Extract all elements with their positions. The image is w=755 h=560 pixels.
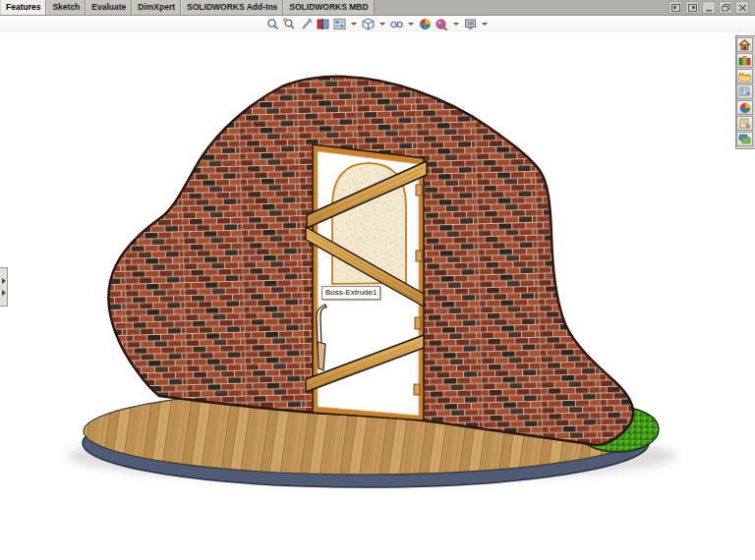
close-button[interactable] [735, 1, 749, 14]
expand-arrow-icon [2, 290, 6, 296]
view-orientation-icon[interactable] [332, 17, 347, 31]
tab-solidworks-addins[interactable]: SOLIDWORKS Add-Ins [181, 0, 283, 15]
tab-features[interactable]: Features [0, 0, 46, 15]
view-orientation-dropdown[interactable] [351, 23, 357, 26]
heads-up-toolbar [265, 17, 490, 31]
tab-solidworks-mbd[interactable]: SOLIDWORKS MBD [283, 0, 374, 15]
featuremanager-collapsed-splitter[interactable] [0, 267, 8, 307]
display-style-dropdown[interactable] [379, 23, 385, 26]
file-explorer-button[interactable] [736, 69, 753, 84]
hide-show-items-icon[interactable] [389, 17, 404, 31]
palette-grid-icon [738, 86, 751, 97]
restore-button[interactable] [719, 1, 732, 14]
view-palette-button[interactable] [736, 84, 753, 99]
solidworks-resources-button[interactable] [736, 37, 753, 52]
view-settings-icon[interactable] [463, 17, 478, 31]
folder-icon [738, 71, 751, 82]
tab-evaluate[interactable]: Evaluate [86, 0, 132, 15]
library-icon [738, 55, 751, 66]
section-view-icon[interactable] [316, 17, 330, 31]
solidworks-window: { "command_manager": { "tabs": [ {"label… [0, 0, 755, 560]
edit-appearance-icon[interactable] [418, 17, 433, 31]
command-manager-tabbar: Features Sketch Evaluate DimXpert SOLIDW… [0, 0, 755, 16]
task-pane [735, 35, 755, 149]
forum-bubbles-icon [738, 134, 751, 144]
appearances-scenes-button[interactable] [736, 100, 753, 115]
minimize-button[interactable] [702, 1, 716, 14]
window-controls [668, 1, 749, 14]
solidworks-forum-button[interactable] [736, 132, 753, 146]
zoom-to-area-icon[interactable] [282, 17, 297, 31]
hide-show-items-dropdown[interactable] [408, 23, 414, 26]
previous-view-icon[interactable] [299, 17, 314, 31]
doc-window-left-button[interactable] [668, 1, 682, 14]
appearance-sphere-icon [739, 102, 751, 114]
properties-doc-icon [738, 118, 751, 129]
tab-dimxpert[interactable]: DimXpert [132, 0, 181, 15]
tab-sketch[interactable]: Sketch [46, 0, 86, 15]
apply-scene-icon[interactable] [435, 17, 449, 31]
doc-window-right-button[interactable] [685, 1, 699, 14]
home-icon [738, 39, 751, 50]
view-settings-dropdown[interactable] [482, 23, 488, 26]
heads-up-toolbar-row [0, 16, 755, 32]
design-library-button[interactable] [736, 53, 753, 68]
apply-scene-dropdown[interactable] [453, 23, 459, 26]
display-style-icon[interactable] [361, 17, 376, 31]
custom-properties-button[interactable] [736, 116, 753, 131]
zoom-to-fit-icon[interactable] [265, 17, 280, 31]
expand-arrow-icon [2, 278, 6, 284]
feature-tooltip: Boss-Extrude1 [321, 286, 380, 300]
